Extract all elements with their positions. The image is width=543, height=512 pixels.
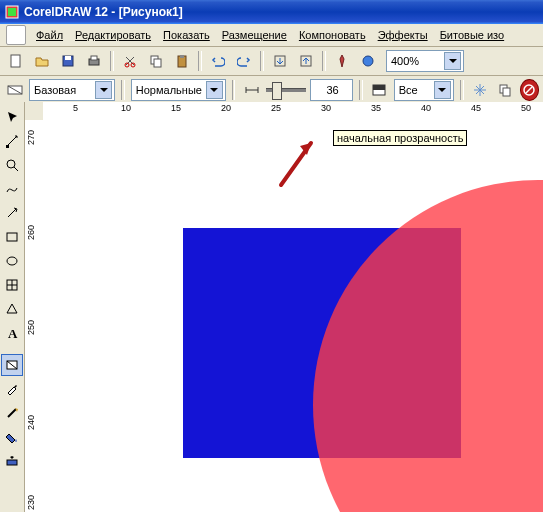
menu-view[interactable]: Показать	[157, 27, 216, 43]
ruler-vertical[interactable]: 270 260 250 240 230	[25, 120, 44, 512]
svg-text:A: A	[8, 326, 18, 340]
menu-bar: Файл Редактировать Показать Размещение К…	[0, 24, 543, 47]
svg-rect-6	[91, 56, 97, 60]
apply-to-combo[interactable]: Все	[394, 79, 454, 101]
menu-effects[interactable]: Эффекты	[372, 27, 434, 43]
edit-transparency-button[interactable]	[4, 78, 25, 102]
eyedropper-tool[interactable]	[1, 378, 23, 400]
apply-to-value: Все	[399, 84, 418, 96]
chevron-down-icon	[206, 81, 223, 99]
transparency-mode-combo[interactable]: Нормальные	[131, 79, 226, 101]
menu-file[interactable]: Файл	[30, 27, 69, 43]
svg-rect-4	[65, 56, 71, 60]
property-bar: Базовая Нормальные 36 Все	[0, 76, 543, 105]
fill-tool[interactable]	[1, 426, 23, 448]
menu-layout[interactable]: Размещение	[216, 27, 293, 43]
title-bar: CorelDRAW 12 - [Рисунок1]	[0, 0, 543, 24]
open-button[interactable]	[30, 49, 54, 73]
annotation-arrow	[273, 135, 323, 190]
zoom-combo[interactable]: 400%	[386, 50, 464, 72]
cut-button[interactable]	[118, 49, 142, 73]
menu-edit[interactable]: Редактировать	[69, 27, 157, 43]
svg-rect-22	[6, 145, 9, 148]
text-tool[interactable]: A	[1, 322, 23, 344]
ruler-origin[interactable]	[25, 102, 44, 121]
zoom-value: 400%	[391, 55, 419, 67]
apply-to-icon	[369, 78, 390, 102]
transparency-mode-value: Нормальные	[136, 84, 202, 96]
menu-bitmaps[interactable]: Битовые изо	[434, 27, 511, 43]
interactive-fill-tool[interactable]	[1, 450, 23, 472]
chevron-down-icon	[444, 52, 461, 70]
rectangle-tool[interactable]	[1, 226, 23, 248]
redo-button[interactable]	[232, 49, 256, 73]
start-transparency-icon	[241, 78, 262, 102]
new-button[interactable]	[4, 49, 28, 73]
menu-arrange[interactable]: Компоновать	[293, 27, 372, 43]
svg-point-15	[363, 56, 373, 66]
svg-rect-2	[11, 55, 20, 67]
standard-toolbar: 400%	[0, 47, 543, 76]
copy-button[interactable]	[144, 49, 168, 73]
doc-icon	[6, 25, 26, 45]
smart-draw-tool[interactable]	[1, 202, 23, 224]
pick-tool[interactable]	[1, 106, 23, 128]
graph-paper-tool[interactable]	[1, 274, 23, 296]
clear-transparency-button[interactable]	[520, 79, 539, 101]
freehand-tool[interactable]	[1, 178, 23, 200]
svg-rect-10	[154, 59, 161, 67]
undo-button[interactable]	[206, 49, 230, 73]
transparency-slider[interactable]	[266, 80, 306, 100]
basic-shapes-tool[interactable]	[1, 298, 23, 320]
svg-rect-24	[7, 233, 17, 241]
tooltip: начальная прозрачность	[333, 130, 467, 146]
drawing-canvas[interactable]: начальная прозрачность	[43, 120, 543, 512]
export-button[interactable]	[294, 49, 318, 73]
transparency-value: 36	[327, 84, 339, 96]
ruler-horizontal[interactable]: 5 10 15 20 25 30 35 40 45 50	[43, 102, 543, 121]
app-launcher-button[interactable]	[330, 49, 354, 73]
shape-tool[interactable]	[1, 130, 23, 152]
save-button[interactable]	[56, 49, 80, 73]
toolbox: A	[0, 102, 25, 512]
svg-point-23	[7, 160, 15, 168]
svg-rect-20	[503, 88, 510, 96]
transparency-type-combo[interactable]: Базовая	[29, 79, 115, 101]
svg-point-25	[7, 257, 17, 265]
interactive-transparency-tool[interactable]	[1, 354, 23, 376]
zoom-tool[interactable]	[1, 154, 23, 176]
chevron-down-icon	[95, 81, 112, 99]
transparency-type-value: Базовая	[34, 84, 76, 96]
outline-tool[interactable]	[1, 402, 23, 424]
svg-rect-1	[8, 8, 16, 16]
copy-transparency-button[interactable]	[495, 78, 516, 102]
print-button[interactable]	[82, 49, 106, 73]
transparency-value-input[interactable]: 36	[310, 79, 353, 101]
paste-button[interactable]	[170, 49, 194, 73]
freeze-button[interactable]	[470, 78, 491, 102]
svg-rect-18	[373, 85, 385, 90]
window-title: CorelDRAW 12 - [Рисунок1]	[24, 5, 183, 19]
import-button[interactable]	[268, 49, 292, 73]
ellipse-tool[interactable]	[1, 250, 23, 272]
svg-rect-29	[7, 460, 17, 465]
svg-rect-12	[180, 55, 184, 58]
chevron-down-icon	[434, 81, 451, 99]
app-icon	[4, 4, 20, 20]
corel-online-button[interactable]	[356, 49, 380, 73]
